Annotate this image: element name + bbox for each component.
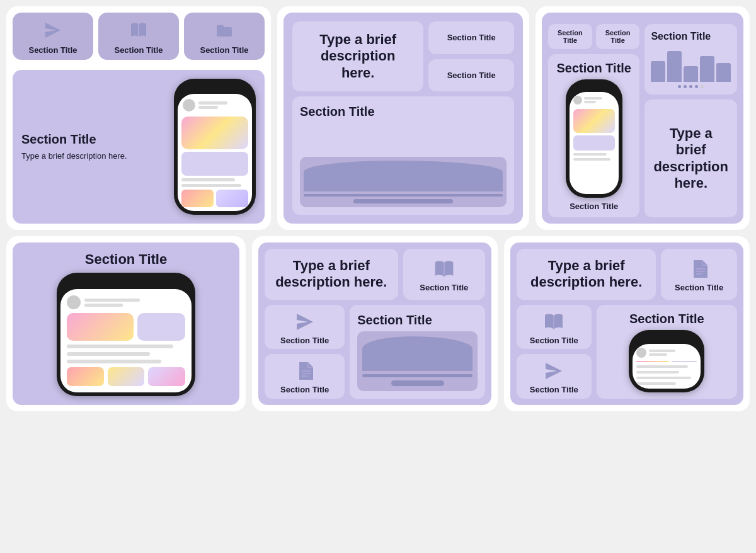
dot-2	[684, 85, 687, 88]
phone-screen-3	[570, 92, 619, 194]
landscape-card-5: Section Title	[350, 305, 485, 399]
phone-screen-6	[633, 344, 701, 389]
panel-top-left: Section Title Section Title Section T	[6, 6, 271, 230]
bar-1	[651, 61, 665, 82]
bar-4	[700, 56, 714, 82]
folder-icon	[213, 19, 236, 42]
bar-chart	[651, 47, 731, 82]
panel6-top: Type a brief description here. Section T…	[517, 249, 737, 300]
phone-notch-6	[650, 334, 684, 341]
screen-line-4	[181, 184, 241, 187]
s6l2	[649, 353, 667, 356]
main-title: Section Title	[21, 132, 169, 147]
screen3-avatar	[573, 96, 582, 105]
icon-label-book: Section Title	[114, 45, 163, 55]
icon-label-folder: Section Title	[200, 45, 248, 55]
text-block: Section Title Type a brief description h…	[21, 79, 169, 215]
hill-5	[362, 336, 472, 371]
screen-mini-card-1	[181, 190, 214, 207]
phone-card-6: Section Title	[597, 305, 737, 399]
s4l5	[67, 360, 161, 363]
small-title-2: Section Title	[428, 59, 514, 92]
screen-line-2	[198, 106, 218, 109]
icon-book-5[interactable]: Section Title	[403, 249, 485, 300]
screen-line-1	[198, 101, 227, 105]
s4-bottom-mini	[67, 367, 185, 386]
s6l4	[636, 371, 679, 373]
s3l4	[573, 158, 610, 161]
s3l3	[573, 153, 607, 156]
s6-gray	[672, 361, 697, 362]
s6-grad	[636, 361, 669, 362]
icon-book-6[interactable]: Section Title	[517, 305, 592, 350]
send-icon-6	[542, 360, 565, 382]
panel-top-right: Section Title Section Title Section Titl…	[536, 6, 750, 230]
s6l6	[636, 382, 675, 385]
phone-mockup-1	[174, 79, 256, 215]
icon-doc-6[interactable]: Section Title	[661, 249, 737, 300]
icon-card-folder[interactable]: Section Title	[184, 13, 265, 60]
desc-card-3: Type a brief description here.	[644, 100, 737, 217]
doc-icon-6	[688, 258, 711, 280]
s6l3	[636, 365, 688, 368]
panel3-right: Section Title	[644, 24, 737, 217]
desc-card-2: Type a brief description here.	[292, 21, 423, 91]
pill-1: Section Title	[548, 24, 592, 49]
panel5-inner: Type a brief description here. Section T…	[258, 242, 491, 405]
panel5-bottom: Section Title Section Tit	[265, 305, 485, 399]
phone-mockup-3	[566, 79, 622, 198]
s4-mini-1	[67, 367, 104, 386]
icon-send-6[interactable]: Section Title	[517, 354, 592, 399]
s4-avatar	[67, 295, 81, 309]
s6-header	[636, 348, 697, 358]
panel4-inner: Section Title	[13, 242, 239, 405]
panel3-top-cards: Section Title Section Title	[548, 24, 639, 49]
panel-bot-right: Type a brief description here. Section T…	[504, 236, 750, 411]
bottom-row: Section Title	[6, 236, 750, 411]
desc-card-5: Type a brief description here.	[265, 249, 398, 300]
panel2-inner: Type a brief description here. Section T…	[284, 13, 523, 224]
panel4-title: Section Title	[85, 251, 167, 268]
s4-main-cards	[67, 313, 185, 340]
icon-row-top: Section Title Section Title Section T	[13, 13, 265, 60]
phone-notch	[196, 83, 234, 91]
s3-gradient	[573, 109, 615, 133]
s6-cards	[636, 361, 697, 362]
icon-card-send[interactable]: Section Title	[13, 13, 93, 60]
panel2-small-stack: Section Title Section Title	[428, 21, 514, 91]
dot-1	[678, 85, 681, 88]
icon-doc-5[interactable]: Section Title	[265, 354, 345, 399]
s3l2	[584, 101, 597, 103]
s3l1	[584, 97, 602, 100]
bar-2	[667, 51, 682, 83]
panel2-bottom: Section Title	[292, 96, 514, 215]
desc-text-2: Type a brief description here.	[302, 31, 413, 81]
icon-send-5[interactable]: Section Title	[265, 305, 345, 350]
l5-bar	[362, 374, 472, 377]
screen3-header	[573, 96, 615, 106]
pill-2: Section Title	[596, 24, 640, 49]
book-icon-6	[542, 311, 565, 333]
screen-mini-card-2	[216, 190, 248, 207]
s4-header	[67, 295, 185, 309]
s4l4	[67, 352, 150, 356]
s4-mini-3	[148, 367, 185, 386]
s6-avatar	[636, 348, 646, 358]
s4l2	[84, 304, 123, 307]
s4l3	[67, 345, 173, 348]
phone-card-3: Section Title	[548, 54, 639, 217]
landscape-bar-1	[304, 194, 503, 197]
s4-grad-card	[67, 313, 134, 340]
panel-bot-mid: Type a brief description here. Section T…	[252, 236, 498, 411]
dot-3	[689, 85, 692, 88]
screen-small-cards	[181, 190, 248, 207]
hill-shape	[304, 161, 503, 191]
screen-gray-card	[181, 152, 248, 176]
icon-card-book[interactable]: Section Title	[98, 13, 179, 60]
s4-gray-card	[137, 313, 185, 340]
dot-4	[695, 85, 698, 88]
screen-header	[181, 98, 248, 114]
s3-gray	[573, 135, 615, 151]
top-row: Section Title Section Title Section T	[6, 6, 750, 230]
panel2-top: Type a brief description here. Section T…	[292, 21, 514, 91]
